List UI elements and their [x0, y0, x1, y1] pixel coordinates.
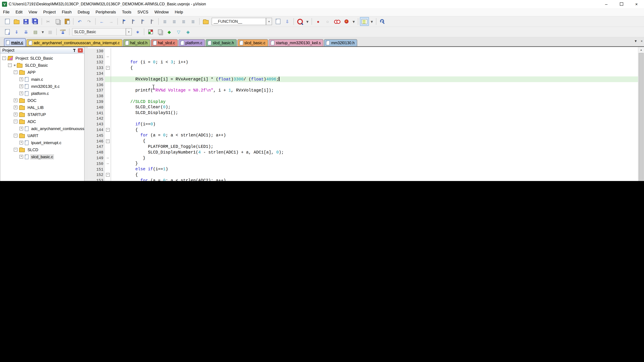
- kill-all-breakpoints-icon[interactable]: [332, 17, 342, 26]
- paste-icon[interactable]: [62, 17, 72, 26]
- options-for-target-icon[interactable]: ∗: [133, 27, 142, 36]
- expand-icon[interactable]: +: [14, 98, 18, 102]
- debug-dropdown-icon[interactable]: ▾: [305, 17, 310, 26]
- fold-collapse-icon[interactable]: −: [106, 173, 110, 177]
- tree-item-adc[interactable]: −ADC: [0, 118, 84, 125]
- menu-flash[interactable]: Flash: [59, 8, 75, 16]
- code-line-132[interactable]: 132 for (i = 0; i < 3; i++): [88, 59, 638, 65]
- cut-icon[interactable]: ✂: [44, 17, 53, 26]
- batch-build-icon[interactable]: ▤: [31, 27, 40, 36]
- code-line-130[interactable]: 130: [88, 48, 638, 54]
- copy-icon[interactable]: [53, 17, 62, 26]
- scroll-up-icon[interactable]: ▲: [638, 47, 644, 53]
- tree-item-project-slcd-basic[interactable]: −Project: SLCD_Basic: [0, 55, 84, 62]
- menu-view[interactable]: View: [26, 8, 40, 16]
- code-line-152[interactable]: 152− {: [88, 172, 638, 178]
- nav-forward-icon[interactable]: →: [107, 17, 116, 26]
- code-line-139[interactable]: 139 //SLCD Display: [88, 99, 638, 105]
- collapse-icon[interactable]: −: [14, 120, 18, 123]
- tree-item-mm32l0130-it-c[interactable]: +mm32l0130_it.c: [0, 83, 84, 90]
- menu-window[interactable]: Window: [152, 8, 172, 16]
- code-line-144[interactable]: 144− {: [88, 127, 638, 133]
- restore-button[interactable]: [614, 0, 629, 8]
- code-line-145[interactable]: 145 for (a = 0; a < strlen(ADC1); a++): [88, 133, 638, 138]
- code-line-138[interactable]: 138: [88, 93, 638, 99]
- menu-project[interactable]: Project: [40, 8, 59, 16]
- find-in-files-icon[interactable]: [201, 17, 210, 26]
- tree-item-startup[interactable]: +STARTUP: [0, 111, 84, 118]
- tree-item-main-c[interactable]: +main.c: [0, 76, 84, 83]
- insert-breakpoint-icon[interactable]: ●: [314, 17, 323, 26]
- tab-list-dropdown-icon[interactable]: ▼: [634, 39, 638, 43]
- fold-collapse-icon[interactable]: −: [106, 128, 110, 132]
- close-button[interactable]: ×: [629, 0, 644, 8]
- project-window-toggle-icon[interactable]: [360, 17, 369, 26]
- collapse-icon[interactable]: −: [2, 56, 6, 60]
- menu-file[interactable]: File: [0, 8, 12, 16]
- insert-bookmark-icon[interactable]: [120, 17, 128, 26]
- pack-installer-icon[interactable]: ◈: [184, 27, 192, 36]
- collapse-icon[interactable]: −: [14, 70, 18, 74]
- collapse-icon[interactable]: −: [14, 148, 18, 151]
- code-line-131[interactable]: 131: [88, 54, 638, 60]
- code-line-142[interactable]: 142: [88, 116, 638, 121]
- doc-tab-main.c[interactable]: main.c: [4, 38, 26, 46]
- doc-tab-startup_mm32l0130_keil.s[interactable]: startup_mm32l0130_keil.s: [269, 39, 324, 46]
- tree-item-platform-c[interactable]: +platform.c: [0, 90, 84, 97]
- target-combo-value[interactable]: SLCD_Basic: [72, 28, 126, 35]
- code-line-135[interactable]: 135 RVxVoltage[i] = RVxAverage[i] * (flo…: [88, 76, 638, 82]
- start-stop-debug-icon[interactable]: [296, 17, 304, 26]
- unindent-icon[interactable]: ≣: [160, 17, 170, 26]
- rebuild-icon[interactable]: ⇊: [22, 27, 30, 36]
- manage-project-items-icon[interactable]: [146, 27, 155, 36]
- window-dropdown-icon[interactable]: ▾: [369, 17, 374, 26]
- stop-build-icon[interactable]: ▦: [46, 27, 55, 36]
- redo-icon[interactable]: ↷: [84, 17, 94, 26]
- function-combo[interactable]: __FUNCTION__▾: [212, 18, 272, 25]
- tree-item-hal-lib[interactable]: +HAL_LIB: [0, 104, 84, 111]
- pin-icon[interactable]: [72, 48, 76, 52]
- code-line-146[interactable]: 146− {: [88, 138, 638, 144]
- code-line-153[interactable]: 153 for (a = 0; a < strlen(ADC2); a++): [88, 178, 638, 181]
- open-file-icon[interactable]: [12, 17, 21, 26]
- menu-peripherals[interactable]: Peripherals: [92, 8, 119, 16]
- tree-item-adc-anychannel-continuousscan-dma-interrupt-c[interactable]: +adc_anychannel_continuousscan_dma_inter…: [0, 125, 84, 132]
- fold-collapse-icon[interactable]: −: [106, 66, 110, 70]
- expand-icon[interactable]: +: [20, 84, 23, 88]
- expand-icon[interactable]: +: [14, 113, 18, 116]
- next-bookmark-icon[interactable]: [129, 17, 138, 26]
- expand-icon[interactable]: +: [20, 141, 23, 144]
- code-line-148[interactable]: 148 SLCD_DisplayNumber1(4 - strlen(ADC1)…: [88, 150, 638, 155]
- target-select-combo[interactable]: SLCD_Basic▾: [72, 28, 132, 35]
- code-editor[interactable]: 130131132 for (i = 0; i < 3; i++)133− {1…: [88, 47, 644, 181]
- code-area[interactable]: 130131132 for (i = 0; i < 3; i++)133− {1…: [88, 47, 638, 181]
- code-line-150[interactable]: 150 }: [88, 161, 638, 167]
- code-line-137[interactable]: 137 printf("RV%d Voltage = %0.2f\n", i +…: [88, 88, 638, 93]
- collapse-icon[interactable]: −: [8, 63, 12, 67]
- menu-debug[interactable]: Debug: [75, 8, 92, 16]
- tree-item-lpuart-interrupt-c[interactable]: +lpuart_interrupt.c: [0, 139, 84, 146]
- tree-item-uart[interactable]: −UART: [0, 132, 84, 139]
- code-line-143[interactable]: 143 if(i==0): [88, 121, 638, 127]
- code-line-133[interactable]: 133− {: [88, 65, 638, 71]
- project-panel-close-icon[interactable]: ×: [78, 48, 83, 52]
- tree-item-slcd-basic-c[interactable]: +slcd_basic.c: [0, 153, 84, 160]
- function-combo-value[interactable]: __FUNCTION__: [212, 18, 266, 25]
- combo-dropdown-icon[interactable]: ▾: [266, 18, 272, 25]
- code-line-147[interactable]: 147 PLATFORM_LED_Toggle(LED1);: [88, 144, 638, 150]
- code-line-151[interactable]: 151 else if(i==1): [88, 166, 638, 172]
- tree-item-app[interactable]: −APP: [0, 69, 84, 76]
- batch-dropdown-icon[interactable]: ▾: [40, 27, 45, 36]
- save-all-icon[interactable]: [31, 17, 40, 26]
- doc-tab-slcd_basic.h[interactable]: slcd_basic.h: [206, 39, 237, 46]
- expand-icon[interactable]: +: [20, 155, 23, 159]
- save-icon[interactable]: [22, 17, 30, 26]
- indent-icon[interactable]: ≣: [170, 17, 179, 26]
- scroll-thumb[interactable]: [639, 53, 644, 181]
- doc-tab-adc_anychannel_continuousscan_dma_interrupt.c[interactable]: adc_anychannel_continuousscan_dma_interr…: [27, 39, 122, 46]
- configure-icon[interactable]: [378, 17, 387, 26]
- combo-dropdown-icon[interactable]: ▾: [126, 28, 132, 35]
- code-line-141[interactable]: 141 SLCD_DisplayS1();: [88, 110, 638, 116]
- doc-tab-mm32l0130.h[interactable]: mm32l0130.h: [324, 39, 357, 46]
- translate-icon[interactable]: ⇣: [3, 27, 12, 36]
